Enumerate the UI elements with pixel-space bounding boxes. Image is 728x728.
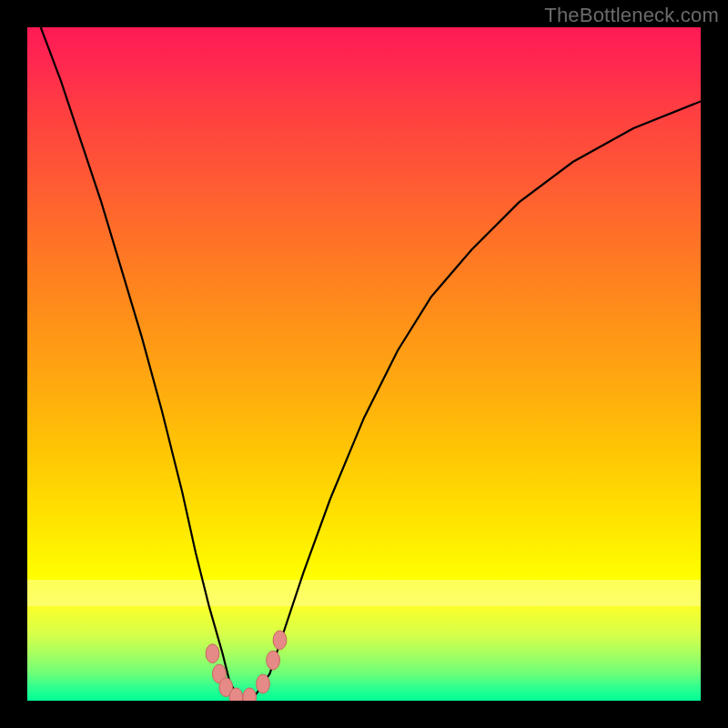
- chart-frame: TheBottleneck.com: [0, 0, 728, 728]
- marker-group: [206, 631, 287, 701]
- plot-area: [27, 27, 701, 701]
- bottleneck-curve: [41, 27, 701, 701]
- curve-marker: [273, 631, 287, 650]
- curve-marker: [257, 674, 270, 693]
- curve-svg: [27, 27, 701, 701]
- curve-marker: [243, 688, 257, 701]
- curve-marker: [267, 651, 280, 670]
- curve-marker: [206, 644, 219, 663]
- watermark-text: TheBottleneck.com: [544, 4, 719, 27]
